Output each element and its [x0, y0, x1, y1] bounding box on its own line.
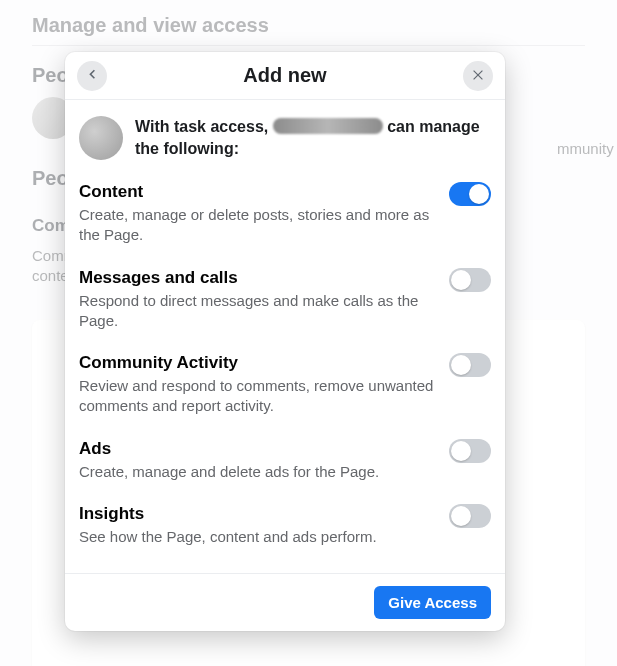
- toggle-insights[interactable]: [449, 504, 491, 528]
- permission-title: Community Activity: [79, 353, 437, 373]
- permission-text: InsightsSee how the Page, content and ad…: [79, 504, 437, 547]
- redacted-name: [273, 118, 383, 134]
- permission-insights: InsightsSee how the Page, content and ad…: [79, 500, 491, 565]
- permission-text: AdsCreate, manage and delete ads for the…: [79, 439, 437, 482]
- close-button[interactable]: [463, 61, 493, 91]
- intro-before: With task access,: [135, 118, 273, 135]
- close-icon: [470, 67, 486, 86]
- intro-row: With task access, can manage the followi…: [79, 116, 491, 160]
- modal-body: With task access, can manage the followi…: [65, 100, 505, 573]
- permissions-list: ContentCreate, manage or delete posts, s…: [79, 178, 491, 565]
- add-new-modal: Add new With task access, can manage the…: [65, 52, 505, 631]
- permission-messages: Messages and callsRespond to direct mess…: [79, 264, 491, 350]
- toggle-content[interactable]: [449, 182, 491, 206]
- permission-desc: See how the Page, content and ads perfor…: [79, 527, 437, 547]
- back-button[interactable]: [77, 61, 107, 91]
- permission-ads: AdsCreate, manage and delete ads for the…: [79, 435, 491, 500]
- avatar: [79, 116, 123, 160]
- permission-title: Content: [79, 182, 437, 202]
- permission-desc: Create, manage and delete ads for the Pa…: [79, 462, 437, 482]
- permission-title: Ads: [79, 439, 437, 459]
- permission-text: Community ActivityReview and respond to …: [79, 353, 437, 417]
- permission-text: Messages and callsRespond to direct mess…: [79, 268, 437, 332]
- toggle-ads[interactable]: [449, 439, 491, 463]
- permission-content: ContentCreate, manage or delete posts, s…: [79, 178, 491, 264]
- arrow-left-icon: [84, 67, 100, 86]
- modal-header: Add new: [65, 52, 505, 100]
- permission-desc: Respond to direct messages and make call…: [79, 291, 437, 332]
- toggle-community[interactable]: [449, 353, 491, 377]
- intro-text: With task access, can manage the followi…: [135, 116, 491, 159]
- permission-desc: Review and respond to comments, remove u…: [79, 376, 437, 417]
- modal-title: Add new: [243, 64, 326, 87]
- permission-text: ContentCreate, manage or delete posts, s…: [79, 182, 437, 246]
- modal-footer: Give Access: [65, 573, 505, 631]
- permission-title: Insights: [79, 504, 437, 524]
- permission-title: Messages and calls: [79, 268, 437, 288]
- permission-community: Community ActivityReview and respond to …: [79, 349, 491, 435]
- permission-desc: Create, manage or delete posts, stories …: [79, 205, 437, 246]
- toggle-messages[interactable]: [449, 268, 491, 292]
- give-access-button[interactable]: Give Access: [374, 586, 491, 619]
